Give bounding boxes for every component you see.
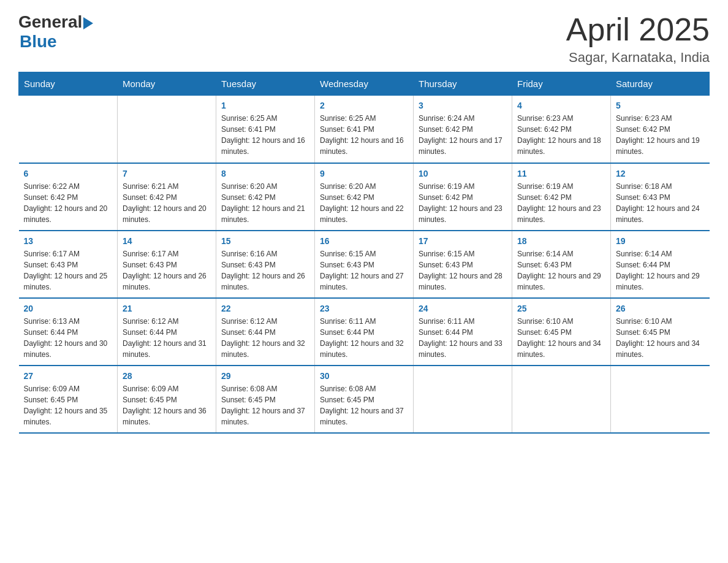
day-info: Sunrise: 6:17 AMSunset: 6:43 PMDaylight:… xyxy=(24,248,113,293)
day-number: 1 xyxy=(221,101,309,110)
day-info: Sunrise: 6:11 AMSunset: 6:44 PMDaylight:… xyxy=(320,316,408,360)
day-number: 9 xyxy=(320,169,408,178)
calendar-cell: 15Sunrise: 6:16 AMSunset: 6:43 PMDayligh… xyxy=(216,231,315,298)
title-section: April 2025 Sagar, Karnataka, India xyxy=(566,12,710,66)
month-title: April 2025 xyxy=(566,12,710,47)
calendar-cell: 30Sunrise: 6:08 AMSunset: 6:45 PMDayligh… xyxy=(315,366,414,433)
day-info: Sunrise: 6:09 AMSunset: 6:45 PMDaylight:… xyxy=(123,383,211,427)
calendar-cell: 26Sunrise: 6:10 AMSunset: 6:45 PMDayligh… xyxy=(611,298,710,366)
calendar-cell xyxy=(19,96,118,163)
calendar-cell: 20Sunrise: 6:13 AMSunset: 6:44 PMDayligh… xyxy=(19,298,118,366)
day-info: Sunrise: 6:14 AMSunset: 6:44 PMDaylight:… xyxy=(616,248,705,293)
page-header: General Blue April 2025 Sagar, Karnataka… xyxy=(18,12,710,66)
day-number: 16 xyxy=(320,236,408,246)
day-info: Sunrise: 6:25 AMSunset: 6:41 PMDaylight:… xyxy=(320,113,408,157)
logo-general-text: General xyxy=(18,12,82,32)
calendar-cell xyxy=(414,366,512,433)
day-number: 13 xyxy=(24,236,113,246)
calendar-cell xyxy=(118,96,216,163)
day-info: Sunrise: 6:15 AMSunset: 6:43 PMDaylight:… xyxy=(320,248,408,293)
day-info: Sunrise: 6:16 AMSunset: 6:43 PMDaylight:… xyxy=(221,248,309,293)
calendar-cell xyxy=(512,366,611,433)
day-info: Sunrise: 6:18 AMSunset: 6:43 PMDaylight:… xyxy=(616,181,705,225)
day-number: 30 xyxy=(320,371,408,381)
column-header-thursday: Thursday xyxy=(414,72,512,96)
calendar-cell: 10Sunrise: 6:19 AMSunset: 6:42 PMDayligh… xyxy=(414,163,512,231)
day-info: Sunrise: 6:10 AMSunset: 6:45 PMDaylight:… xyxy=(517,316,605,360)
day-info: Sunrise: 6:19 AMSunset: 6:42 PMDaylight:… xyxy=(517,181,605,225)
day-number: 4 xyxy=(517,101,605,110)
calendar-cell: 3Sunrise: 6:24 AMSunset: 6:42 PMDaylight… xyxy=(414,96,512,163)
calendar-cell: 8Sunrise: 6:20 AMSunset: 6:42 PMDaylight… xyxy=(216,163,315,231)
day-info: Sunrise: 6:17 AMSunset: 6:43 PMDaylight:… xyxy=(123,248,211,293)
day-number: 21 xyxy=(123,304,211,313)
calendar-cell xyxy=(611,366,710,433)
calendar-cell: 9Sunrise: 6:20 AMSunset: 6:42 PMDaylight… xyxy=(315,163,414,231)
day-number: 22 xyxy=(221,304,309,313)
column-header-wednesday: Wednesday xyxy=(315,72,414,96)
calendar-cell: 28Sunrise: 6:09 AMSunset: 6:45 PMDayligh… xyxy=(118,366,216,433)
day-info: Sunrise: 6:23 AMSunset: 6:42 PMDaylight:… xyxy=(616,113,705,157)
day-info: Sunrise: 6:25 AMSunset: 6:41 PMDaylight:… xyxy=(221,113,309,157)
calendar-cell: 17Sunrise: 6:15 AMSunset: 6:43 PMDayligh… xyxy=(414,231,512,298)
day-number: 11 xyxy=(517,169,605,178)
day-number: 28 xyxy=(123,371,211,381)
day-info: Sunrise: 6:15 AMSunset: 6:43 PMDaylight:… xyxy=(419,248,507,293)
day-number: 17 xyxy=(419,236,507,246)
day-number: 23 xyxy=(320,304,408,313)
day-number: 27 xyxy=(24,371,113,381)
calendar-cell: 16Sunrise: 6:15 AMSunset: 6:43 PMDayligh… xyxy=(315,231,414,298)
day-info: Sunrise: 6:19 AMSunset: 6:42 PMDaylight:… xyxy=(419,181,507,225)
calendar-cell: 7Sunrise: 6:21 AMSunset: 6:42 PMDaylight… xyxy=(118,163,216,231)
day-number: 2 xyxy=(320,101,408,110)
day-number: 25 xyxy=(517,304,605,313)
day-number: 19 xyxy=(616,236,705,246)
day-info: Sunrise: 6:09 AMSunset: 6:45 PMDaylight:… xyxy=(24,383,113,427)
calendar-cell: 23Sunrise: 6:11 AMSunset: 6:44 PMDayligh… xyxy=(315,298,414,366)
day-number: 6 xyxy=(24,169,113,178)
calendar-cell: 1Sunrise: 6:25 AMSunset: 6:41 PMDaylight… xyxy=(216,96,315,163)
calendar-cell: 18Sunrise: 6:14 AMSunset: 6:43 PMDayligh… xyxy=(512,231,611,298)
logo-arrow-icon xyxy=(83,17,93,29)
day-info: Sunrise: 6:10 AMSunset: 6:45 PMDaylight:… xyxy=(616,316,705,360)
day-number: 3 xyxy=(419,101,507,110)
day-info: Sunrise: 6:12 AMSunset: 6:44 PMDaylight:… xyxy=(123,316,211,360)
location-title: Sagar, Karnataka, India xyxy=(566,50,710,66)
day-info: Sunrise: 6:12 AMSunset: 6:44 PMDaylight:… xyxy=(221,316,309,360)
calendar-week-2: 6Sunrise: 6:22 AMSunset: 6:42 PMDaylight… xyxy=(19,163,710,231)
calendar-cell: 14Sunrise: 6:17 AMSunset: 6:43 PMDayligh… xyxy=(118,231,216,298)
day-info: Sunrise: 6:22 AMSunset: 6:42 PMDaylight:… xyxy=(24,181,113,225)
day-info: Sunrise: 6:08 AMSunset: 6:45 PMDaylight:… xyxy=(320,383,408,427)
day-number: 8 xyxy=(221,169,309,178)
calendar-cell: 5Sunrise: 6:23 AMSunset: 6:42 PMDaylight… xyxy=(611,96,710,163)
day-number: 26 xyxy=(616,304,705,313)
calendar-week-5: 27Sunrise: 6:09 AMSunset: 6:45 PMDayligh… xyxy=(19,366,710,433)
day-info: Sunrise: 6:20 AMSunset: 6:42 PMDaylight:… xyxy=(221,181,309,225)
column-header-tuesday: Tuesday xyxy=(216,72,315,96)
day-number: 12 xyxy=(616,169,705,178)
calendar-cell: 6Sunrise: 6:22 AMSunset: 6:42 PMDaylight… xyxy=(19,163,118,231)
day-info: Sunrise: 6:08 AMSunset: 6:45 PMDaylight:… xyxy=(221,383,309,427)
day-number: 10 xyxy=(419,169,507,178)
day-info: Sunrise: 6:23 AMSunset: 6:42 PMDaylight:… xyxy=(517,113,605,157)
calendar-header-row: SundayMondayTuesdayWednesdayThursdayFrid… xyxy=(19,72,710,96)
day-info: Sunrise: 6:13 AMSunset: 6:44 PMDaylight:… xyxy=(24,316,113,360)
calendar-cell: 25Sunrise: 6:10 AMSunset: 6:45 PMDayligh… xyxy=(512,298,611,366)
calendar-cell: 24Sunrise: 6:11 AMSunset: 6:44 PMDayligh… xyxy=(414,298,512,366)
day-number: 24 xyxy=(419,304,507,313)
calendar-cell: 29Sunrise: 6:08 AMSunset: 6:45 PMDayligh… xyxy=(216,366,315,433)
logo: General Blue xyxy=(18,12,93,52)
day-number: 7 xyxy=(123,169,211,178)
day-number: 14 xyxy=(123,236,211,246)
day-info: Sunrise: 6:20 AMSunset: 6:42 PMDaylight:… xyxy=(320,181,408,225)
day-number: 18 xyxy=(517,236,605,246)
day-info: Sunrise: 6:24 AMSunset: 6:42 PMDaylight:… xyxy=(419,113,507,157)
calendar-cell: 13Sunrise: 6:17 AMSunset: 6:43 PMDayligh… xyxy=(19,231,118,298)
calendar-cell: 21Sunrise: 6:12 AMSunset: 6:44 PMDayligh… xyxy=(118,298,216,366)
calendar-cell: 4Sunrise: 6:23 AMSunset: 6:42 PMDaylight… xyxy=(512,96,611,163)
calendar-cell: 22Sunrise: 6:12 AMSunset: 6:44 PMDayligh… xyxy=(216,298,315,366)
calendar-cell: 2Sunrise: 6:25 AMSunset: 6:41 PMDaylight… xyxy=(315,96,414,163)
column-header-saturday: Saturday xyxy=(611,72,710,96)
calendar-week-1: 1Sunrise: 6:25 AMSunset: 6:41 PMDaylight… xyxy=(19,96,710,163)
calendar-week-3: 13Sunrise: 6:17 AMSunset: 6:43 PMDayligh… xyxy=(19,231,710,298)
